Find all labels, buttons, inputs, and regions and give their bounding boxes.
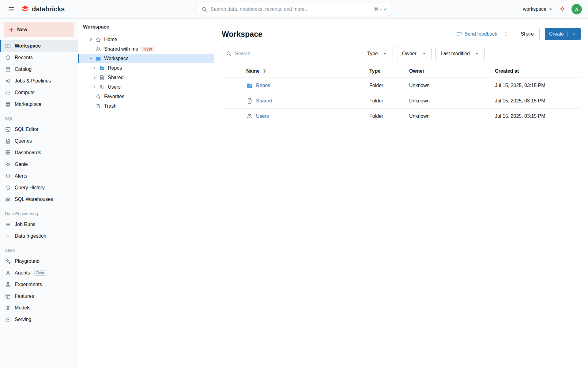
warehouse-icon (5, 196, 11, 202)
app-body: New Workspace Recents Catalog Jobs & Pip… (0, 19, 588, 368)
table-row[interactable]: Shared Folder Unknown Jul 15, 2025, 03:1… (222, 93, 581, 109)
sidebar-item-label: Data Ingestion (15, 233, 46, 239)
chevron-down-icon (548, 7, 553, 12)
overflow-menu-button[interactable] (502, 30, 510, 38)
tree-item-trash[interactable]: Trash (78, 101, 214, 111)
table-row[interactable]: Users Folder Unknown Jul 15, 2025, 03:15… (222, 109, 581, 124)
sidebar-item-alerts[interactable]: Alerts (0, 170, 78, 182)
sidebar-item-agents[interactable]: Agents Beta (0, 267, 78, 279)
sidebar-item-catalog[interactable]: Catalog (0, 63, 78, 75)
repos-folder-icon (246, 82, 253, 89)
item-link[interactable]: Shared (256, 98, 272, 104)
sidebar-item-queries[interactable]: Queries (0, 135, 78, 147)
create-button[interactable]: Create (545, 28, 581, 40)
tree-item-workspace[interactable]: Workspace (78, 54, 214, 63)
workspace-table: Name Type Owner Created at Repos Folder … (222, 64, 581, 124)
tree-item-shared[interactable]: Shared (78, 73, 214, 82)
page-title: Workspace (222, 30, 262, 39)
sidebar-item-jobs-pipelines[interactable]: Jobs & Pipelines (0, 75, 78, 87)
workflow-icon (5, 78, 11, 84)
avatar[interactable]: A (571, 4, 582, 14)
databricks-logo[interactable]: databricks (21, 5, 65, 13)
chevron-right-icon[interactable] (92, 75, 98, 81)
item-link[interactable]: Users (256, 113, 269, 119)
send-feedback-label: Send feedback (465, 31, 497, 37)
cell-type: Folder (369, 113, 409, 119)
sidebar-item-experiments[interactable]: Experiments (0, 279, 78, 290)
document-icon (99, 75, 105, 81)
cell-created-at: Jul 15, 2025, 03:15 PM (495, 83, 581, 88)
tree-item-label: Users (108, 84, 121, 90)
sidebar-item-serving[interactable]: Serving (0, 314, 78, 325)
filter-owner[interactable]: Owner (397, 47, 432, 60)
serving-icon (5, 316, 11, 323)
new-button[interactable]: New (4, 22, 74, 37)
sidebar-item-dashboards[interactable]: Dashboards (0, 147, 78, 159)
sidebar-item-sql-warehouses[interactable]: SQL Warehouses (0, 194, 78, 205)
sidebar-item-label: Genie (15, 162, 28, 167)
column-header-owner[interactable]: Owner (409, 68, 495, 74)
sidebar-item-genie[interactable]: Genie (0, 159, 78, 170)
new-button-label: New (17, 27, 27, 33)
send-feedback-link[interactable]: Send feedback (456, 31, 497, 37)
tree-item-favorites[interactable]: Favorites (78, 92, 214, 101)
sidebar-item-recents[interactable]: Recents (0, 52, 78, 63)
column-header-type[interactable]: Type (369, 68, 409, 74)
tree-item-home[interactable]: Home (78, 35, 214, 44)
search-icon (226, 51, 232, 57)
chevron-down-icon (383, 51, 388, 56)
sidebar-item-label: Models (15, 305, 31, 311)
column-header-label: Name (246, 68, 260, 74)
chevron-spacer (88, 103, 94, 109)
sidebar-item-sql-editor[interactable]: SQL Editor (0, 124, 78, 135)
filter-type[interactable]: Type (362, 47, 393, 60)
folder-icon (95, 56, 101, 62)
sidebar-item-label: Catalog (15, 67, 32, 72)
cell-type: Folder (369, 98, 409, 104)
sidebar-item-data-ingestion[interactable]: Data Ingestion (0, 230, 78, 242)
history-icon (5, 185, 11, 191)
tree-item-label: Favorites (104, 94, 124, 99)
feature-table-icon (5, 293, 11, 299)
assistant-button[interactable] (559, 6, 566, 13)
users-icon (246, 113, 253, 120)
chevron-right-icon[interactable] (92, 65, 98, 71)
sidebar-item-models[interactable]: Models (0, 302, 78, 314)
tree-item-shared-with-me[interactable]: Shared with me New (78, 44, 214, 54)
sidebar-item-features[interactable]: Features (0, 290, 78, 302)
share-button[interactable]: Share (515, 28, 540, 40)
workspace-selector[interactable]: workspace (523, 6, 553, 12)
column-header-name[interactable]: Name (222, 68, 369, 74)
item-link[interactable]: Repos (256, 83, 270, 88)
divider (567, 31, 568, 37)
catalog-icon (5, 66, 11, 72)
chevron-down-icon[interactable] (88, 56, 94, 62)
menu-button[interactable] (6, 4, 17, 14)
sidebar-item-query-history[interactable]: Query History (0, 182, 78, 194)
sort-ascending-icon[interactable] (262, 68, 267, 74)
sidebar-item-label: Serving (15, 317, 31, 322)
sidebar-item-playground[interactable]: Playground (0, 255, 78, 267)
tree-item-repos[interactable]: Repos (78, 63, 214, 73)
filter-label: Owner (402, 51, 417, 56)
sidebar-item-marketplace[interactable]: Marketplace (0, 98, 78, 110)
sidebar-item-label: Recents (15, 55, 33, 60)
sidebar-item-label: Query History (15, 185, 45, 190)
sidebar-item-workspace[interactable]: Workspace (0, 40, 78, 52)
global-search-input[interactable] (211, 6, 371, 12)
chevron-right-icon[interactable] (92, 84, 98, 90)
sidebar-item-compute[interactable]: Compute (0, 87, 78, 98)
sidebar-item-job-runs[interactable]: Job Runs (0, 219, 78, 230)
filter-last-modified[interactable]: Last modified (435, 47, 485, 60)
sidebar-section-aiml: AI/ML (5, 248, 73, 253)
tree-panel-title: Workspace (78, 24, 214, 35)
table-row[interactable]: Repos Folder Unknown Jul 15, 2025, 03:15… (222, 78, 581, 93)
column-header-created-at[interactable]: Created at (495, 68, 581, 74)
topbar-right: workspace A (523, 4, 582, 14)
tree-item-users[interactable]: Users (78, 82, 214, 92)
sql-editor-icon (5, 126, 11, 132)
sidebar-section-data-engineering: Data Engineering (5, 211, 73, 216)
workspace-search-input[interactable] (235, 51, 354, 56)
chevron-right-icon[interactable] (88, 36, 94, 43)
bell-icon (5, 173, 11, 179)
